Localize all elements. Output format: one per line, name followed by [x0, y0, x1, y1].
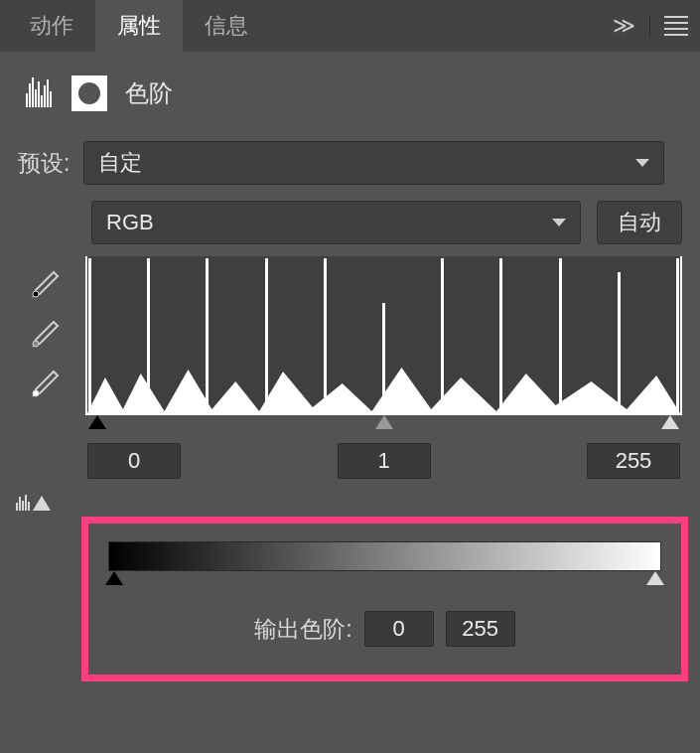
gamma-input[interactable] — [338, 443, 431, 479]
chevron-down-icon — [635, 159, 649, 167]
output-label: 输出色阶: — [254, 614, 351, 645]
panel-title: 色阶 — [125, 77, 173, 109]
white-point-input[interactable] — [587, 443, 680, 479]
black-point-handle[interactable] — [88, 415, 106, 431]
black-eyedropper-icon[interactable] — [26, 268, 62, 304]
tab-actions[interactable]: 动作 — [8, 0, 95, 55]
output-black-input[interactable] — [364, 611, 434, 647]
output-row: 输出色阶: — [108, 611, 661, 647]
output-levels-highlight: 输出色阶: — [81, 517, 688, 681]
channel-row: RGB 自动 — [0, 193, 700, 252]
levels-panel: 色阶 预设: 自定 RGB 自动 — [0, 52, 700, 681]
histogram[interactable] — [85, 256, 682, 415]
output-white-handle[interactable] — [646, 571, 664, 587]
panel-header: 色阶 — [0, 72, 700, 133]
channel-value: RGB — [106, 210, 154, 235]
white-point-handle[interactable] — [661, 415, 679, 431]
histogram-area — [0, 252, 700, 479]
svg-point-1 — [33, 341, 39, 347]
eyedroppers — [16, 256, 71, 403]
input-values — [85, 443, 682, 479]
divider — [649, 15, 650, 37]
output-slider[interactable] — [108, 573, 661, 591]
black-point-input[interactable] — [87, 443, 181, 479]
histogram-wrap — [85, 256, 682, 479]
svg-point-2 — [33, 390, 39, 396]
svg-point-0 — [33, 291, 39, 297]
tab-properties[interactable]: 属性 — [95, 0, 183, 55]
gamma-handle[interactable] — [375, 415, 393, 431]
white-eyedropper-icon[interactable] — [26, 368, 62, 403]
preset-label: 预设: — [18, 148, 70, 179]
preset-select[interactable]: 自定 — [83, 141, 664, 185]
chevron-down-icon — [552, 219, 566, 226]
warn-row — [0, 479, 700, 511]
tab-bar: 动作 属性 信息 ≫ — [0, 0, 700, 52]
gray-eyedropper-icon[interactable] — [26, 318, 62, 354]
channel-select[interactable]: RGB — [91, 201, 581, 244]
auto-button[interactable]: 自动 — [597, 201, 682, 244]
panel-menu-icon[interactable] — [664, 16, 688, 36]
input-slider[interactable] — [85, 417, 682, 433]
histogram-warning-icon[interactable] — [16, 489, 64, 511]
tab-info[interactable]: 信息 — [183, 0, 270, 55]
more-chevrons-icon[interactable]: ≫ — [613, 13, 635, 39]
preset-row: 预设: 自定 — [0, 133, 700, 193]
output-gradient — [108, 541, 661, 571]
layer-mask-icon[interactable] — [71, 75, 107, 111]
levels-icon[interactable] — [18, 75, 60, 111]
preset-value: 自定 — [98, 148, 142, 178]
output-black-handle[interactable] — [105, 571, 123, 587]
output-white-input[interactable] — [446, 611, 515, 647]
tab-bar-right: ≫ — [613, 13, 688, 39]
